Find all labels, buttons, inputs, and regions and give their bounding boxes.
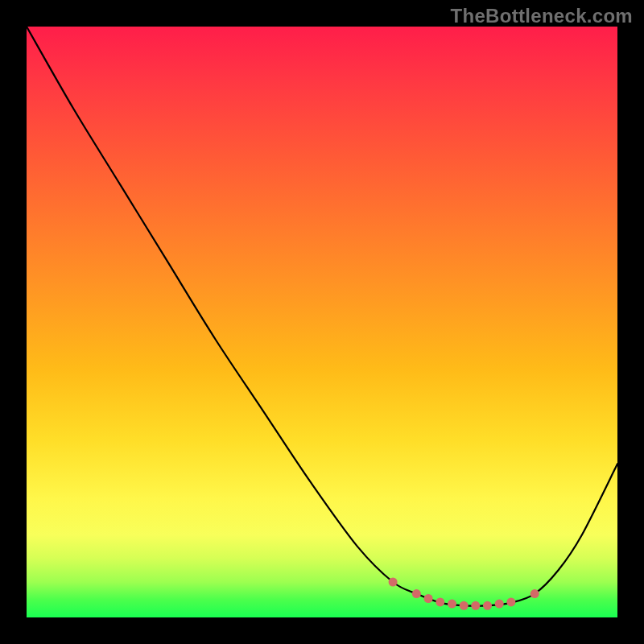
watermark-text: TheBottleneck.com: [451, 5, 633, 27]
chart-frame: TheBottleneck.com: [0, 0, 644, 644]
bottleneck-curve-svg: [27, 27, 617, 617]
highlighted-point: [424, 594, 433, 603]
plot-area: [27, 27, 617, 617]
highlighted-point: [436, 597, 444, 606]
highlighted-point: [530, 589, 539, 598]
highlighted-point: [483, 601, 492, 610]
highlighted-points: [389, 578, 539, 610]
highlighted-point: [495, 600, 504, 609]
highlighted-point: [506, 597, 515, 606]
highlighted-point: [412, 589, 421, 598]
bottleneck-curve: [27, 27, 617, 606]
highlighted-point: [460, 601, 469, 610]
highlighted-point: [389, 578, 398, 587]
highlighted-point: [471, 601, 480, 610]
highlighted-point: [448, 600, 456, 609]
